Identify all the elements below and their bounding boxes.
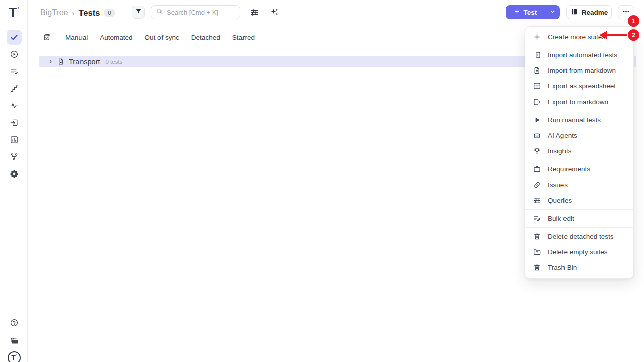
menu-item-delete-detached-tests[interactable]: Delete detached tests — [525, 229, 633, 244]
tab-out-of-sync[interactable]: Out of sync — [145, 34, 179, 41]
menu-item-delete-empty-suites[interactable]: Delete empty suites — [525, 244, 633, 260]
briefcase-icon — [533, 165, 541, 173]
sidebar-bottom: T' — [0, 315, 28, 362]
annotation-arrow-icon — [599, 30, 627, 40]
tab-automated[interactable]: Automated — [100, 34, 132, 41]
filter-button[interactable] — [132, 6, 145, 19]
create-test-dropdown-button[interactable] — [545, 5, 560, 19]
bulb-icon — [533, 147, 541, 155]
export-icon — [533, 98, 541, 106]
menu-item-label: Insights — [548, 147, 572, 155]
menu-item-label: AI Agents — [548, 132, 577, 139]
import-icon — [533, 51, 541, 59]
sidebar-item-tests[interactable] — [7, 30, 22, 45]
logo-letter: T — [9, 5, 17, 20]
breadcrumb: BigTree › Tests 0 — [40, 7, 115, 19]
view-settings-button[interactable] — [250, 8, 259, 19]
menu-item-requirements[interactable]: Requirements — [525, 161, 633, 177]
sidebar-item-plans[interactable] — [7, 64, 22, 79]
sidebar-item-analytics[interactable] — [7, 98, 22, 113]
select-all-button[interactable] — [43, 33, 51, 43]
tab-detached[interactable]: Detached — [191, 34, 220, 41]
menu-item-label: Export as spreadsheet — [548, 82, 616, 90]
account-avatar[interactable]: T' — [8, 351, 21, 362]
create-test-button[interactable]: Test — [506, 5, 545, 19]
menu-item-queries[interactable]: Queries — [525, 193, 633, 208]
plus-icon — [533, 33, 541, 41]
menu-item-bulk-edit[interactable]: Bulk edit — [525, 211, 633, 226]
menu-item-label: Bulk edit — [548, 215, 574, 222]
breadcrumb-project[interactable]: BigTree — [40, 8, 68, 17]
menu-item-label: Export to markdown — [548, 98, 608, 106]
menu-item-label: Run manual tests — [548, 116, 601, 124]
tab-bar: ManualAutomatedOut of syncDetachedStarre… — [65, 30, 255, 44]
menu-item-label: Import from markdown — [548, 67, 616, 74]
file-text-icon — [533, 66, 541, 75]
tab-starred[interactable]: Starred — [232, 34, 255, 41]
tab-manual[interactable]: Manual — [65, 34, 88, 41]
menu-item-label: Import automated tests — [548, 51, 617, 59]
menu-item-label: Issues — [548, 181, 568, 189]
trash-icon — [533, 263, 541, 272]
menu-item-label: Trash Bin — [548, 264, 577, 272]
select-all-icon — [43, 34, 51, 43]
logo-tick: ' — [17, 5, 19, 13]
avatar-tick: ' — [16, 353, 17, 358]
menu-divider — [525, 160, 633, 160]
sidebar-item-settings[interactable] — [7, 166, 22, 182]
more-actions-menu: Create more suitesImport automated tests… — [525, 26, 634, 279]
menu-item-label: Queries — [548, 197, 572, 204]
annotation-step-2-badge: 2 — [628, 29, 639, 41]
tests-count-badge: 0 — [104, 9, 115, 17]
menu-item-ai-agents[interactable]: AI Agents — [525, 128, 633, 143]
app-logo-icon[interactable]: T' — [0, 4, 28, 20]
search-input[interactable] — [167, 9, 235, 16]
create-test-label: Test — [524, 9, 537, 16]
sidebar-nav — [0, 30, 28, 182]
menu-item-import-automated-tests[interactable]: Import automated tests — [525, 47, 633, 63]
breadcrumb-separator-icon: › — [72, 9, 74, 17]
bulk-edit-icon — [533, 214, 541, 223]
menu-divider — [525, 227, 633, 228]
sidebar-item-steps[interactable] — [7, 81, 22, 96]
trash-x-icon — [533, 232, 541, 241]
ai-assist-button[interactable] — [270, 7, 279, 19]
create-test-split-button[interactable]: Test — [506, 5, 560, 19]
sliders-icon — [250, 10, 259, 19]
sliders-icon — [533, 196, 541, 205]
page-title: Tests — [78, 8, 100, 18]
menu-item-label: Create more suites — [548, 33, 605, 41]
chevron-down-icon — [550, 8, 556, 17]
sidebar-item-branches[interactable] — [7, 149, 22, 164]
sidebar: T' T' — [0, 0, 28, 362]
menu-item-run-manual-tests[interactable]: Run manual tests — [525, 112, 633, 128]
readme-label: Readme — [582, 9, 608, 16]
play-icon — [533, 116, 541, 124]
menu-item-export-to-markdown[interactable]: Export to markdown — [525, 94, 633, 110]
sidebar-item-help[interactable] — [7, 315, 22, 330]
menu-item-label: Delete empty suites — [548, 248, 608, 256]
book-icon — [570, 8, 578, 17]
link-icon — [533, 180, 541, 189]
sidebar-item-import[interactable] — [7, 115, 22, 130]
chevron-right-icon[interactable] — [48, 59, 53, 64]
readme-button[interactable]: Readme — [566, 5, 612, 19]
suite-name: Transport — [69, 58, 100, 66]
folder-x-icon — [533, 248, 541, 256]
sidebar-item-runs[interactable] — [7, 47, 22, 62]
sparkles-icon — [270, 10, 279, 18]
menu-item-issues[interactable]: Issues — [525, 177, 633, 193]
annotation-step-1-badge: 1 — [628, 15, 639, 27]
menu-item-import-from-markdown[interactable]: Import from markdown — [525, 63, 633, 78]
search-box[interactable] — [151, 5, 240, 19]
sidebar-item-reports[interactable] — [7, 132, 22, 147]
menu-divider — [525, 46, 633, 46]
menu-item-label: Requirements — [548, 165, 590, 173]
menu-item-insights[interactable]: Insights — [525, 143, 633, 159]
menu-divider — [525, 209, 633, 210]
menu-item-trash-bin[interactable]: Trash Bin — [525, 260, 633, 276]
table-icon — [533, 82, 541, 90]
sidebar-item-projects[interactable] — [7, 333, 22, 348]
suite-test-count: 0 tests — [106, 59, 123, 65]
menu-item-export-as-spreadsheet[interactable]: Export as spreadsheet — [525, 78, 633, 94]
